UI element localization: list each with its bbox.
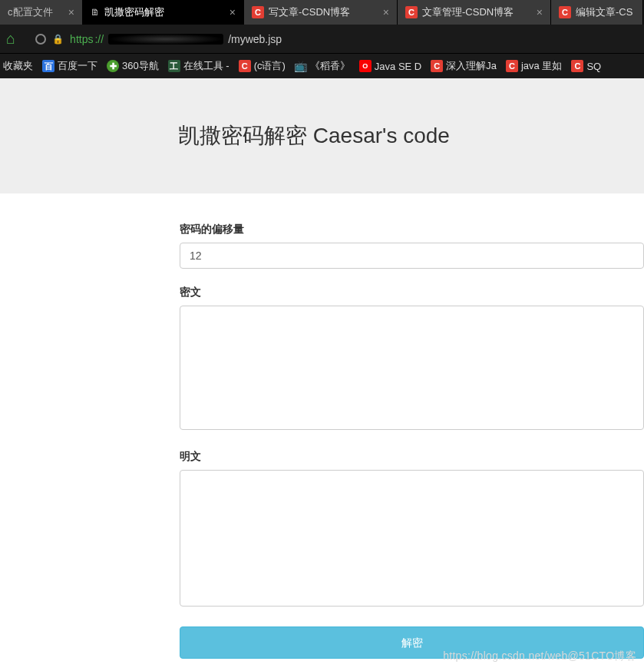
bookmark-favorites[interactable]: 收藏夹 (3, 59, 33, 73)
cipher-textarea[interactable] (180, 306, 644, 430)
bookmark-sq[interactable]: C SQ (571, 60, 601, 72)
lock-icon: 🔒 (52, 34, 64, 45)
bookmark-label: 百度一下 (58, 59, 97, 73)
bookmark-javain[interactable]: C java 里如 (506, 59, 562, 73)
browser-address-bar: ⌂ 🔒 https:///myweb.jsp (0, 25, 644, 54)
tab-title: c配置文件 (8, 5, 53, 19)
plain-group: 明文 (180, 450, 644, 610)
plain-label: 明文 (180, 450, 644, 464)
reload-icon[interactable] (35, 34, 46, 45)
csdn-icon: C (431, 60, 443, 72)
browser-bookmarks-bar: 收藏夹 百 百度一下 ✚ 360导航 工 在线工具 - C (c语言) 📺 《稻… (0, 54, 644, 78)
offset-label: 密码的偏移量 (180, 223, 644, 236)
home-icon[interactable]: ⌂ (6, 30, 15, 48)
bookmark-label: (c语言) (254, 59, 286, 73)
bookmark-tools[interactable]: 工 在线工具 - (168, 59, 230, 73)
nav360-icon: ✚ (107, 60, 119, 72)
bookmark-baidu[interactable]: 百 百度一下 (42, 59, 97, 73)
bookmark-label: java 里如 (521, 59, 562, 73)
csdn-icon: C (506, 60, 518, 72)
close-icon[interactable]: × (537, 6, 543, 18)
bookmark-javadeep[interactable]: C 深入理解Ja (431, 59, 497, 73)
page-icon: 🗎 (91, 7, 100, 18)
browser-tab[interactable]: c配置文件 × (0, 0, 83, 25)
offset-group: 密码的偏移量 (180, 223, 644, 269)
page-title: 凯撒密码解密 Caesar's code (178, 121, 644, 150)
bookmark-label: 在线工具 - (183, 59, 230, 73)
cipher-group: 密文 (180, 286, 644, 433)
watermark-text: https://blog.csdn.net/web@51CTO博客 (443, 650, 636, 663)
browser-tab-active[interactable]: 🗎 凯撒密码解密 × (83, 0, 244, 25)
tab-title: 凯撒密码解密 (104, 5, 164, 19)
page-header: 凯撒密码解密 Caesar's code (0, 78, 644, 193)
bookmark-daoxiang[interactable]: 📺 《稻香》 (295, 59, 350, 73)
browser-tab-bar: c配置文件 × 🗎 凯撒密码解密 × C 写文章-CSDN博客 × C 文章管理… (0, 0, 644, 25)
bookmark-label: 360导航 (122, 59, 159, 73)
csdn-icon: C (252, 6, 264, 18)
cipher-label: 密文 (180, 286, 644, 299)
oracle-icon: O (359, 60, 372, 72)
csdn-icon: C (405, 6, 418, 18)
url-protocol-suffix: :// (94, 33, 104, 45)
bookmark-clang[interactable]: C (c语言) (239, 59, 286, 73)
close-icon[interactable]: × (383, 6, 389, 18)
tab-title: 编辑文章-CS (576, 5, 632, 19)
offset-input[interactable] (180, 243, 644, 269)
plain-textarea[interactable] (180, 470, 644, 607)
close-icon[interactable]: × (230, 6, 236, 18)
bookmark-label: 收藏夹 (3, 59, 33, 73)
url-display[interactable]: https:///myweb.jsp (70, 33, 282, 45)
bookmark-label: 深入理解Ja (446, 59, 497, 73)
bookmark-360[interactable]: ✚ 360导航 (107, 59, 159, 73)
close-icon[interactable]: × (68, 6, 74, 18)
tab-title: 文章管理-CSDN博客 (422, 5, 514, 19)
url-protocol: https (70, 33, 93, 45)
baidu-icon: 百 (42, 60, 54, 72)
csdn-icon: C (559, 6, 571, 18)
bookmark-javase[interactable]: O Java SE D (359, 60, 421, 72)
browser-tab[interactable]: C 文章管理-CSDN博客 × (398, 0, 551, 25)
browser-tab[interactable]: C 写文章-CSDN博客 × (244, 0, 398, 25)
bilibili-icon: 📺 (295, 60, 307, 72)
url-path: /myweb.jsp (228, 33, 282, 45)
csdn-icon: C (571, 60, 583, 72)
browser-tab[interactable]: C 编辑文章-CS (551, 0, 643, 25)
form-content: 密码的偏移量 密文 明文 解密 (0, 193, 644, 659)
tab-title: 写文章-CSDN博客 (269, 5, 350, 19)
bookmark-label: Java SE D (375, 61, 421, 72)
csdn-icon: C (239, 60, 251, 72)
bookmark-label: SQ (586, 61, 601, 72)
bookmark-label: 《稻香》 (310, 59, 350, 73)
tool-icon: 工 (168, 60, 180, 72)
url-domain-redacted (108, 34, 223, 45)
